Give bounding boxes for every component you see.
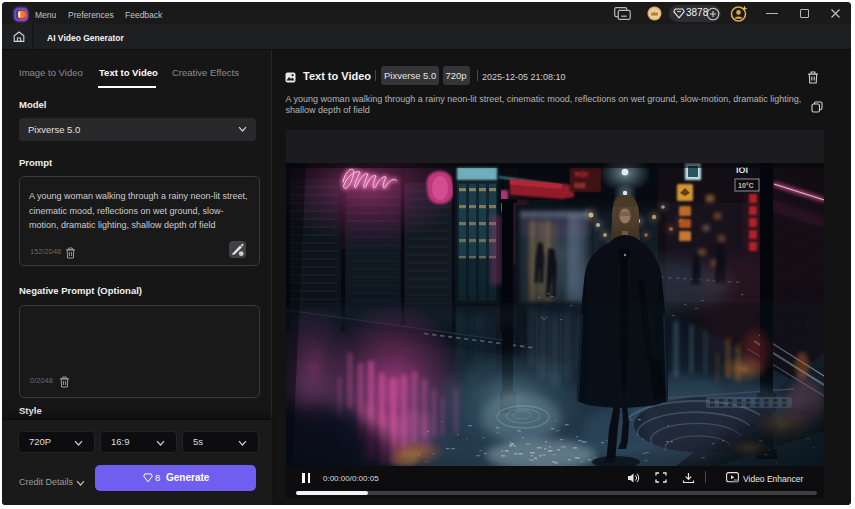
svg-text:4K: 4K	[733, 479, 738, 483]
